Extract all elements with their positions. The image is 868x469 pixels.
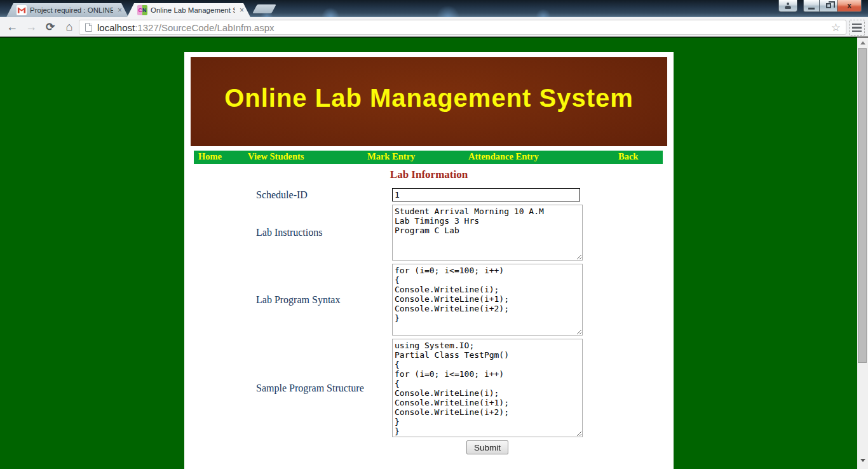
nav-home[interactable]: Home <box>198 151 222 162</box>
url-path: :1327/SourceCode/LabInfm.aspx <box>135 22 274 33</box>
forward-button[interactable]: → <box>23 19 39 35</box>
restore-icon <box>826 3 831 8</box>
cn-favicon-icon: CN <box>137 5 147 15</box>
lab-program-syntax-label: Lab Program Syntax <box>256 294 392 306</box>
schedule-id-label: Schedule-ID <box>256 189 392 201</box>
schedule-id-input[interactable] <box>392 188 580 201</box>
page-icon <box>85 23 92 32</box>
maximize-button[interactable] <box>820 0 837 12</box>
url-text: localhost:1327/SourceCode/LabInfm.aspx <box>97 22 275 33</box>
tab-gmail[interactable]: Project required : ONLINE × <box>6 3 128 17</box>
lab-program-syntax-row: Lab Program Syntax for (i=0; i<=100; i++… <box>256 264 674 336</box>
nav-mark-entry[interactable]: Mark Entry <box>367 151 415 162</box>
page-title: Lab Information <box>184 168 674 181</box>
new-tab-button[interactable] <box>252 4 276 13</box>
chrome-menu-button[interactable] <box>849 20 865 36</box>
page-viewport: Online Lab Management System Home View S… <box>0 37 868 469</box>
minimize-button[interactable] <box>803 0 820 12</box>
tab-close-icon[interactable]: × <box>238 6 245 15</box>
tab-close-icon[interactable]: × <box>116 6 123 15</box>
site-title: Online Lab Management System <box>191 57 667 112</box>
close-icon: x <box>847 2 851 10</box>
browser-titlebar: Project required : ONLINE × CN Online La… <box>0 0 868 17</box>
scrollbar-thumb[interactable] <box>858 48 867 363</box>
lab-instructions-label: Lab Instructions <box>256 227 392 238</box>
gmail-icon <box>17 5 27 15</box>
home-button[interactable]: ⌂ <box>61 19 78 35</box>
arrow-down-icon <box>860 459 865 462</box>
url-host: localhost <box>97 22 135 33</box>
reload-button[interactable]: ⟳ <box>42 19 58 35</box>
lab-instructions-textarea[interactable]: Student Arrival Morning 10 A.M Lab Timin… <box>392 205 583 261</box>
nav-attendance-entry[interactable]: Attendance Entry <box>468 151 539 162</box>
lab-instructions-row: Lab Instructions Student Arrival Morning… <box>256 205 674 261</box>
nav-back[interactable]: Back <box>618 151 638 162</box>
nav-view-students[interactable]: View Students <box>248 151 304 162</box>
scroll-up-button[interactable] <box>857 37 868 48</box>
back-button[interactable]: ← <box>4 19 20 35</box>
address-bar[interactable]: localhost:1327/SourceCode/LabInfm.aspx ☆ <box>79 20 846 35</box>
person-icon <box>785 3 791 9</box>
submit-button[interactable]: Submit <box>466 440 508 454</box>
vertical-scrollbar[interactable] <box>857 37 868 469</box>
browser-toolbar: ← → ⟳ ⌂ localhost:1327/SourceCode/LabInf… <box>0 17 868 37</box>
site-banner: Online Lab Management System <box>191 57 667 146</box>
bookmark-star-icon[interactable]: ☆ <box>831 21 841 34</box>
sample-program-structure-textarea[interactable]: using System.IO; Partial Class TestPgm()… <box>392 339 583 437</box>
sample-program-structure-row: Sample Program Structure using System.IO… <box>256 339 674 437</box>
tab-title: Online Lab Management S <box>151 6 235 14</box>
main-nav: Home View Students Mark Entry Attendance… <box>194 151 663 164</box>
minimize-icon <box>808 8 815 10</box>
scroll-down-button[interactable] <box>857 455 868 465</box>
sample-program-structure-label: Sample Program Structure <box>256 383 392 394</box>
lab-program-syntax-textarea[interactable]: for (i=0; i<=100; i++) { Console.WriteLi… <box>392 264 583 336</box>
submit-row: Submit <box>392 440 583 454</box>
tab-title: Project required : ONLINE <box>30 6 113 14</box>
page-content: Online Lab Management System Home View S… <box>184 52 674 469</box>
schedule-id-row: Schedule-ID <box>256 188 674 201</box>
close-button[interactable]: x <box>837 0 862 12</box>
arrow-up-icon <box>860 41 865 44</box>
window-controls: x <box>778 0 862 13</box>
tab-lab-management[interactable]: CN Online Lab Management S × <box>127 3 250 17</box>
profile-button[interactable] <box>778 0 797 12</box>
lab-info-form: Schedule-ID Lab Instructions Student Arr… <box>184 182 674 454</box>
